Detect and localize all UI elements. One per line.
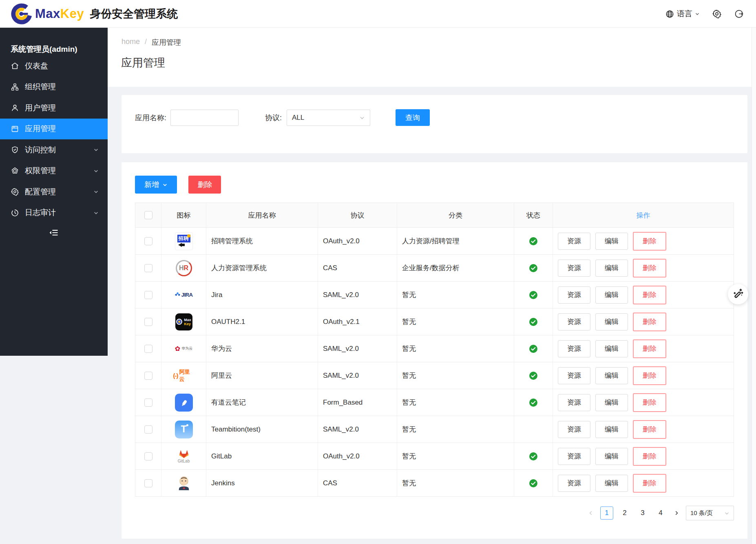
- row-checkbox[interactable]: [144, 345, 153, 353]
- app-name-input[interactable]: [170, 110, 239, 126]
- page-button-3[interactable]: 3: [636, 507, 649, 520]
- sidebar-item-dashboard-home[interactable]: 仪表盘: [0, 55, 108, 77]
- theme-settings-button[interactable]: [728, 284, 748, 304]
- edit-button[interactable]: 编辑: [595, 340, 628, 357]
- row-checkbox[interactable]: [144, 237, 153, 245]
- sidebar-item-shield-check[interactable]: 访问控制: [0, 139, 108, 161]
- sidebar-item-audit-clock[interactable]: 日志审计: [0, 203, 108, 224]
- permission-gem-icon: [10, 166, 19, 175]
- edit-button[interactable]: 编辑: [595, 421, 628, 438]
- select-all-checkbox[interactable]: [144, 211, 153, 219]
- applications-table: 图标 应用名称 协议 分类 状态 操作 招聘 招聘管理系统 OAuth_v2.0…: [135, 203, 734, 497]
- delete-button[interactable]: 删除: [633, 393, 666, 412]
- add-button-label: 新增: [144, 180, 159, 189]
- row-checkbox[interactable]: [144, 318, 153, 326]
- delete-button[interactable]: 删除: [633, 259, 666, 278]
- maxkey-logo-icon: [11, 3, 33, 25]
- delete-button[interactable]: 删除: [633, 420, 666, 439]
- delete-button[interactable]: 删除: [633, 339, 666, 358]
- breadcrumb-current: 应用管理: [152, 37, 181, 47]
- protocol-select[interactable]: ALL: [287, 110, 370, 126]
- sidebar-collapse-button[interactable]: [0, 227, 108, 240]
- app-name: Jira: [211, 291, 222, 299]
- add-button[interactable]: 新增: [135, 176, 177, 194]
- sidebar-item-permission-gem[interactable]: 权限管理: [0, 161, 108, 182]
- delete-button[interactable]: 删除: [633, 447, 666, 466]
- resource-button[interactable]: 资源: [558, 448, 590, 465]
- app-name: 阿里云: [211, 371, 232, 380]
- edit-button[interactable]: 编辑: [595, 233, 628, 250]
- dashboard-home-icon: [10, 62, 19, 70]
- resource-button[interactable]: 资源: [558, 260, 590, 277]
- resource-button[interactable]: 资源: [558, 367, 590, 384]
- search-button[interactable]: 查询: [396, 109, 430, 126]
- row-checkbox[interactable]: [144, 425, 153, 434]
- row-checkbox[interactable]: [144, 479, 153, 487]
- app-name: OAUTH2.1: [211, 318, 245, 326]
- app-category: 企业服务/数据分析: [402, 263, 460, 273]
- huaweicloud-app-icon: ✿华为云: [173, 338, 195, 359]
- row-checkbox[interactable]: [144, 399, 153, 407]
- row-checkbox[interactable]: [144, 372, 153, 380]
- pagination: 1234 10 条/页: [135, 506, 734, 520]
- sidebar-item-org-chart[interactable]: 组织管理: [0, 77, 108, 98]
- resource-button[interactable]: 资源: [558, 475, 590, 492]
- delete-button[interactable]: 删除: [633, 366, 666, 385]
- sidebar-item-label: 应用管理: [25, 123, 56, 134]
- logout-icon[interactable]: [734, 9, 744, 19]
- header-name: 应用名称: [206, 203, 318, 227]
- breadcrumb-home[interactable]: home: [122, 37, 140, 47]
- sidebar-item-app-window[interactable]: 应用管理: [0, 119, 108, 140]
- scrollbar-track[interactable]: [752, 28, 756, 544]
- delete-button[interactable]: 删除: [633, 286, 666, 304]
- edit-button[interactable]: 编辑: [595, 367, 628, 384]
- edit-button[interactable]: 编辑: [595, 313, 628, 330]
- next-page-button[interactable]: [672, 510, 681, 516]
- edit-button[interactable]: 编辑: [595, 286, 628, 304]
- prev-page-button[interactable]: [586, 510, 595, 516]
- maxkey-logo: MaxKey 身份安全管理系统: [11, 3, 178, 25]
- language-switcher[interactable]: 语言: [665, 9, 700, 19]
- resource-button[interactable]: 资源: [558, 286, 590, 304]
- sidebar-item-label: 访问控制: [25, 145, 56, 155]
- sidebar-item-settings-gear[interactable]: 配置管理: [0, 181, 108, 203]
- header-actions: 操作: [553, 203, 734, 227]
- app-protocol: OAuth_v2.0: [323, 237, 360, 245]
- page-button-4[interactable]: 4: [654, 507, 667, 520]
- resource-button[interactable]: 资源: [558, 394, 590, 411]
- delete-selected-button[interactable]: 删除: [188, 176, 221, 194]
- sidebar-item-user[interactable]: 用户管理: [0, 97, 108, 119]
- delete-button[interactable]: 删除: [633, 313, 666, 331]
- row-checkbox[interactable]: [144, 452, 153, 460]
- edit-button[interactable]: 编辑: [595, 394, 628, 411]
- settings-gear-button[interactable]: [712, 9, 722, 19]
- settings-gear-icon: [10, 187, 19, 196]
- page-size-select[interactable]: 10 条/页: [686, 506, 734, 520]
- header-status: 状态: [514, 203, 553, 227]
- page-button-2[interactable]: 2: [618, 507, 631, 520]
- maxkey-app-icon: MaxKey: [173, 311, 195, 333]
- edit-button[interactable]: 编辑: [595, 475, 628, 492]
- resource-button[interactable]: 资源: [558, 421, 590, 438]
- youdao-app-icon: [173, 392, 195, 413]
- brand-name: MaxKey: [35, 7, 84, 21]
- resource-button[interactable]: 资源: [558, 340, 590, 357]
- app-protocol: SAML_v2.0: [323, 425, 359, 434]
- row-checkbox[interactable]: [144, 291, 153, 299]
- page-button-1[interactable]: 1: [600, 507, 613, 520]
- edit-button[interactable]: 编辑: [595, 448, 628, 465]
- app-category: 暂无: [402, 478, 416, 488]
- protocol-label: 协议:: [265, 113, 282, 123]
- status-enabled-icon: [529, 398, 538, 407]
- row-checkbox[interactable]: [144, 264, 153, 272]
- delete-button[interactable]: 删除: [633, 474, 666, 493]
- jenkins-app-icon: [173, 473, 195, 494]
- edit-button[interactable]: 编辑: [595, 260, 628, 277]
- zhaopin-app-icon: 招聘: [173, 231, 195, 252]
- sidebar-item-label: 权限管理: [25, 165, 56, 176]
- app-protocol: CAS: [323, 264, 337, 272]
- delete-button[interactable]: 删除: [633, 232, 666, 251]
- resource-button[interactable]: 资源: [558, 313, 590, 330]
- app-protocol: CAS: [323, 479, 337, 487]
- resource-button[interactable]: 资源: [558, 233, 590, 250]
